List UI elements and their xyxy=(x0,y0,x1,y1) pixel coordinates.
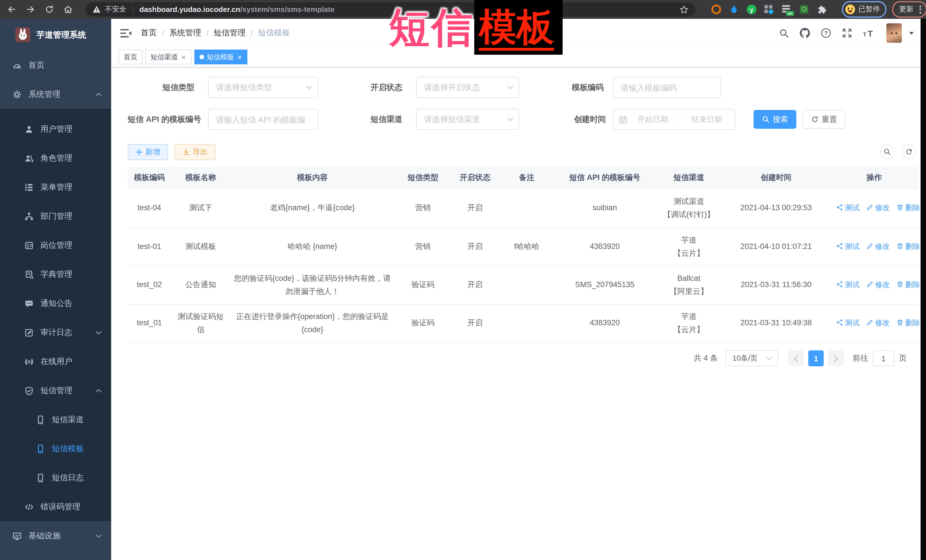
sidebar-item-sms-template[interactable]: 短信模板 xyxy=(0,434,111,463)
extension-list-on-icon[interactable]: on xyxy=(782,5,792,14)
search-icon[interactable] xyxy=(779,28,788,38)
open-status-select[interactable]: 请选择开启状态 xyxy=(416,77,519,98)
tab-sms-channel[interactable]: 短信渠道 × xyxy=(145,50,191,64)
sidebar-item-system-management[interactable]: 系统管理 xyxy=(0,80,111,109)
sidebar-item-post-management[interactable]: 岗位管理 xyxy=(0,231,111,260)
next-page-button[interactable] xyxy=(828,350,844,366)
breadcrumb-system[interactable]: 系统管理 xyxy=(169,28,201,38)
browser-profile-button[interactable]: 已暂停 xyxy=(842,1,886,18)
sidebar-item-infrastructure[interactable]: 基础设施 xyxy=(0,521,111,550)
extension-orange-icon[interactable] xyxy=(711,5,721,14)
edit-link[interactable]: 修改 xyxy=(866,317,890,329)
help-icon[interactable]: ? xyxy=(820,28,831,38)
reset-button[interactable]: 重置 xyxy=(803,110,845,129)
start-date-placeholder[interactable]: 开始日期 xyxy=(631,114,675,124)
test-link[interactable]: 测试 xyxy=(836,201,859,214)
user-avatar[interactable] xyxy=(886,23,902,43)
extension-blue-drop-icon[interactable] xyxy=(729,5,739,14)
sms-channel-select[interactable]: 请选择短信渠道 xyxy=(416,109,519,130)
pagination: 共 4 条 10条/页 1 xyxy=(128,350,919,366)
sms-channel-label: 短信渠道 xyxy=(328,109,402,130)
end-date-placeholder[interactable]: 结束日期 xyxy=(684,114,729,124)
close-icon[interactable]: × xyxy=(237,53,242,61)
edit-link[interactable]: 修改 xyxy=(866,240,890,252)
extension-grid-icon[interactable] xyxy=(764,5,774,14)
cell-status: 开启 xyxy=(451,188,499,228)
template-code-input[interactable] xyxy=(613,77,720,97)
edit-link[interactable]: 修改 xyxy=(866,278,890,291)
test-link[interactable]: 测试 xyxy=(836,240,859,252)
main-area: 首页 / 系统管理 / 短信管理 / 短信模板 xyxy=(111,19,926,560)
sidebar-item-online-users[interactable]: (A) 在线用户 xyxy=(0,347,111,376)
sidebar-item-menu-management[interactable]: 菜单管理 xyxy=(0,173,111,202)
sidebar-item-sms-management[interactable]: 短信管理 xyxy=(0,376,111,405)
sidebar-item-sms-channel[interactable]: 短信渠道 xyxy=(0,405,111,434)
back-icon[interactable] xyxy=(7,5,17,14)
extension-green-y-icon[interactable]: y xyxy=(747,5,757,14)
home-icon[interactable] xyxy=(63,5,73,14)
create-time-range-picker[interactable]: 开始日期 - 结束日期 xyxy=(613,109,735,130)
sidebar-item-dictionary-management[interactable]: 字典管理 xyxy=(0,260,111,289)
edit-link[interactable]: 修改 xyxy=(866,201,890,214)
reload-icon[interactable] xyxy=(44,5,54,14)
menu-tree-icon xyxy=(24,183,33,192)
search-button-label: 搜索 xyxy=(773,114,788,124)
github-icon[interactable] xyxy=(799,28,810,38)
test-link[interactable]: 测试 xyxy=(836,278,859,291)
sidebar-item-audit-log[interactable]: 审计日志 xyxy=(0,318,111,347)
delete-link[interactable]: 删除 xyxy=(897,240,920,252)
sidebar-item-sms-log[interactable]: 短信日志 xyxy=(0,463,111,492)
column-header: 模板名称 xyxy=(171,167,230,188)
extensions-puzzle-icon[interactable] xyxy=(817,5,827,14)
delete-link[interactable]: 删除 xyxy=(897,278,920,291)
app-logo[interactable]: 芋道管理系统 xyxy=(0,19,111,51)
delete-link[interactable]: 删除 xyxy=(897,317,920,329)
chevron-down-icon xyxy=(306,86,312,89)
tab-home[interactable]: 首页 xyxy=(118,50,142,64)
sidebar-item-error-code-management[interactable]: 错误码管理 xyxy=(0,492,111,521)
export-button-label: 导出 xyxy=(193,147,207,157)
sidebar-item-label: 部门管理 xyxy=(41,211,73,221)
avatar-caret-down-icon[interactable] xyxy=(909,32,914,35)
forward-icon[interactable] xyxy=(26,5,35,14)
delete-link[interactable]: 删除 xyxy=(897,201,920,214)
close-icon[interactable]: × xyxy=(181,53,186,61)
font-size-icon[interactable]: T T xyxy=(863,28,875,38)
test-link[interactable]: 测试 xyxy=(836,317,859,329)
export-button[interactable]: 导出 xyxy=(174,144,215,160)
browser-update-button[interactable]: 更新 xyxy=(892,1,926,18)
sidebar-item-announcement[interactable]: 通知公告 xyxy=(0,289,111,318)
search-button[interactable]: 搜索 xyxy=(754,110,796,129)
fullscreen-icon[interactable] xyxy=(842,28,852,38)
cell-content: 正在进行登录操作{operation}，您的验证码是{code} xyxy=(230,305,395,342)
breadcrumb-home[interactable]: 首页 xyxy=(141,28,157,38)
bookmark-star-icon[interactable] xyxy=(679,5,688,14)
chevron-down-icon xyxy=(95,330,102,335)
column-header: 模板内容 xyxy=(230,167,395,188)
toggle-search-button[interactable] xyxy=(880,145,894,159)
open-status-label: 开启状态 xyxy=(328,77,402,98)
address-bar[interactable]: 不安全 dashboard.yudao.iocoder.cn/system/sm… xyxy=(86,2,695,17)
refresh-table-button[interactable] xyxy=(902,145,916,159)
cell-channel: 测试渠道【调试(钉钉)】 xyxy=(655,188,723,228)
page-size-select[interactable]: 10条/页 xyxy=(726,350,778,366)
chevron-left-icon xyxy=(793,355,799,362)
api-template-id-input[interactable] xyxy=(209,109,318,129)
collapse-sidebar-icon[interactable] xyxy=(120,28,132,38)
prev-page-button[interactable] xyxy=(788,350,804,366)
tab-sms-template[interactable]: 短信模板 × xyxy=(194,50,247,64)
sidebar-item-user-management[interactable]: 用户管理 xyxy=(0,115,111,143)
cell-content: 您的验证码{code}，该验证码5分钟内有效，请勿泄漏于他人！ xyxy=(230,266,395,305)
goto-page-input[interactable] xyxy=(873,350,894,366)
add-button[interactable]: 新增 xyxy=(128,144,168,160)
breadcrumb-sms[interactable]: 短信管理 xyxy=(214,28,246,38)
cell-created-at: 2021-03-31 10:49:38 xyxy=(723,305,829,342)
sidebar-item-role-management[interactable]: 角色管理 xyxy=(0,143,111,173)
extension-leaf-icon[interactable] xyxy=(800,5,809,14)
cell-remark: f哈哈哈 xyxy=(499,228,555,266)
current-page-button[interactable]: 1 xyxy=(808,350,824,366)
browser-menu-icon[interactable] xyxy=(918,4,922,15)
sidebar-item-department-management[interactable]: 部门管理 xyxy=(0,202,111,231)
sidebar-item-home[interactable]: 首页 xyxy=(0,51,111,80)
sms-type-select[interactable]: 请选择短信类型 xyxy=(208,77,318,98)
